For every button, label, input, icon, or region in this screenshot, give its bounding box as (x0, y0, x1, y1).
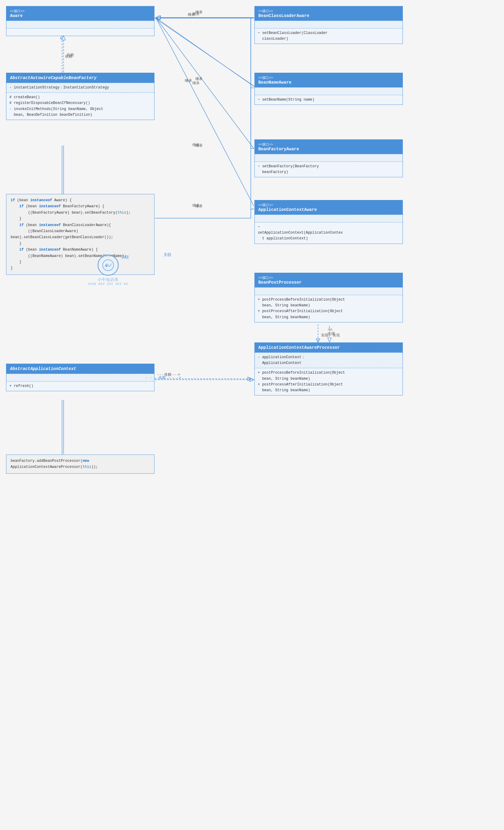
application-context-aware-method: ~setApplicationContext(ApplicationContex… (258, 225, 343, 241)
bean-factory-aware-section2: ~ setBeanFactory(BeanFactory beanFactory… (255, 161, 403, 177)
code-line-3: ((BeanFactoryAware) bean).setBeanFactory… (10, 211, 131, 215)
svg-marker-37 (328, 338, 331, 342)
arrows-overlay: 继承 继承 继承 继承 依赖 关联 实现 △ (0, 0, 504, 830)
bean-classloader-aware-classname: BeanClassLoaderAware (258, 13, 399, 18)
code-line-11: } (10, 260, 22, 264)
diagram-container: 继承 继承 依赖 实现 - - - 依赖 - - -> (0, 0, 504, 830)
bean-post-processor-classname: BeanPostProcessor (258, 280, 399, 285)
application-context-aware-processor-field: - applicationContext： ApplicationContext (258, 355, 305, 365)
svg-text:依赖: 依赖 (65, 54, 72, 59)
application-context-aware-processor-section1: - applicationContext： ApplicationContext (255, 352, 403, 368)
application-context-aware-processor-methods: + postProcessBeforeInitialization(Object… (258, 371, 345, 392)
bean-classloader-aware-stereotype: <<接口>> (258, 9, 399, 13)
application-context-aware-processor-box: ApplicationContextAwareProcessor - appli… (255, 343, 403, 395)
inherit-label-4: 继承 (195, 204, 203, 209)
svg-line-3 (155, 18, 255, 86)
code-line-8: } (10, 242, 22, 246)
bean-name-aware-stereotype: <<接口>> (258, 75, 399, 80)
svg-point-23 (106, 265, 107, 267)
abstract-application-context-section2: + refresh() (6, 381, 154, 391)
bean-name-aware-method: ~ setBeanName(String name) (258, 98, 314, 102)
svg-text:实现: 实现 (321, 333, 328, 337)
svg-text:继承: 继承 (188, 12, 195, 17)
abstract-application-context-box: AbstractApplicationContext + refresh() (6, 364, 155, 391)
abstract-autowire-classname: AbstractAutowireCapableBeanFactory (10, 75, 150, 80)
bean-factory-aware-stereotype: <<接口>> (258, 142, 399, 147)
arrows-svg: 继承 继承 依赖 实现 - - - 依赖 - - -> (0, 0, 504, 830)
code-line-4: } (10, 217, 22, 221)
code-line-5: if (bean instanceof BeanClassLoaderAware… (10, 223, 111, 227)
svg-marker-1 (155, 17, 159, 20)
aware-box: <<接口>> Aware (6, 6, 155, 36)
bean-post-processor-section2: + postProcessBeforeInitialization(Object… (255, 295, 403, 322)
inherit-label-1: 继承 (195, 10, 203, 15)
abstract-autowire-header: AbstractAutowireCapableBeanFactory (6, 73, 154, 83)
inherit-label-3: 继承 (195, 143, 203, 148)
application-context-aware-box: <<接口>> ApplicationContextAware ~setAppli… (255, 200, 403, 244)
bean-name-aware-classname: BeanNameAware (258, 80, 399, 85)
bean-name-aware-header: <<接口>> BeanNameAware (255, 73, 403, 87)
svg-line-10 (156, 18, 254, 206)
code-line-6: ((BeanClassLoaderAware) (10, 229, 78, 233)
abstract-autowire-section1: - instantiationStrategy：InstantiationStr… (6, 83, 154, 92)
bean-classloader-aware-section1 (255, 21, 403, 28)
abstract-application-context-classname: AbstractApplicationContext (10, 366, 150, 371)
abstract-application-context-method: + refresh() (9, 384, 33, 388)
application-context-aware-stereotype: <<接口>> (258, 203, 399, 207)
svg-marker-27 (156, 16, 160, 20)
svg-text:关联: 关联 (164, 252, 171, 257)
svg-text:依赖: 依赖 (67, 53, 74, 57)
application-context-aware-processor-header: ApplicationContextAwareProcessor (255, 343, 403, 352)
bean-post-processor-methods: + postProcessBeforeInitialization(Object… (258, 297, 345, 319)
application-context-aware-processor-classname: ApplicationContextAwareProcessor (258, 345, 399, 350)
application-context-aware-header: <<接口>> ApplicationContextAware (255, 200, 403, 215)
abstract-autowire-section2: # createBean() # registerDisposableBeanI… (6, 92, 154, 120)
bean-name-aware-section1 (255, 87, 403, 95)
code2-line2: ApplicationContextAwareProcessor(this)); (10, 465, 98, 469)
svg-marker-7 (157, 16, 161, 20)
bean-factory-aware-classname: BeanFactoryAware (258, 147, 399, 152)
aware-section1 (6, 21, 154, 28)
bean-classloader-aware-section2: ~ setBeanClassLoader(ClassLoader classLo… (255, 28, 403, 44)
bean-name-aware-section2: ~ setBeanName(String name) (255, 95, 403, 104)
bean-factory-aware-method: ~ setBeanFactory(BeanFactory beanFactory… (258, 164, 319, 174)
svg-marker-41 (250, 378, 254, 382)
bean-post-processor-stereotype: <<接口>> (258, 276, 399, 280)
bean-classloader-aware-method: ~ setBeanClassLoader(ClassLoader classLo… (258, 31, 328, 41)
bean-post-processor-header: <<接口>> BeanPostProcessor (255, 273, 403, 287)
svg-line-8 (156, 18, 254, 86)
abstract-application-context-header: AbstractApplicationContext (6, 364, 154, 374)
watermark-logo (98, 255, 119, 276)
application-context-aware-section1 (255, 215, 403, 222)
code-box-2: beanFactory.addBeanPostProcessor(new App… (6, 454, 155, 474)
code-line-12: } (10, 266, 13, 270)
watermark-site: 小牛知识库 (88, 277, 128, 282)
abstract-application-context-section1 (6, 374, 154, 381)
code-line-1: if (bean instanceof Aware) { (10, 198, 72, 202)
code-line-9: if (bean instanceof BeanNameAware) { (10, 248, 98, 252)
application-context-aware-section2: ~setApplicationContext(ApplicationContex… (255, 222, 403, 244)
svg-marker-16 (316, 339, 320, 343)
svg-text:继承: 继承 (185, 78, 192, 83)
abstract-autowire-field: - instantiationStrategy：InstantiationStr… (9, 86, 109, 90)
code-box-1: if (bean instanceof Aware) { if (bean in… (6, 194, 155, 275)
bean-classloader-aware-header: <<接口>> BeanClassLoaderAware (255, 6, 403, 21)
bean-factory-aware-section1 (255, 154, 403, 161)
bean-factory-aware-box: <<接口>> BeanFactoryAware ~ setBeanFactory… (255, 139, 403, 177)
svg-line-9 (156, 18, 254, 149)
svg-text:继承: 继承 (192, 81, 200, 85)
aware-section2 (6, 28, 154, 36)
abstract-autowire-box: AbstractAutowireCapableBeanFactory - ins… (6, 73, 155, 120)
code-line-2: if (bean instanceof BeanFactoryAware) { (10, 204, 104, 209)
code2-line1: beanFactory.addBeanPostProcessor(new (10, 459, 89, 463)
watermark-icon (101, 258, 116, 273)
bean-factory-aware-header: <<接口>> BeanFactoryAware (255, 140, 403, 154)
abstract-autowire-methods: # createBean() # registerDisposableBeanI… (9, 95, 103, 117)
aware-header: <<接口>> Aware (6, 6, 154, 21)
svg-marker-25 (156, 16, 160, 20)
application-context-aware-processor-section2: + postProcessBeforeInitialization(Object… (255, 368, 403, 395)
watermark: 小牛知识库 XIAO NIU ZHI SHI KU (88, 255, 128, 286)
bean-post-processor-section1 (255, 287, 403, 295)
bean-classloader-aware-box: <<接口>> BeanClassLoaderAware ~ setBeanCla… (255, 6, 403, 44)
svg-marker-4 (155, 16, 159, 20)
